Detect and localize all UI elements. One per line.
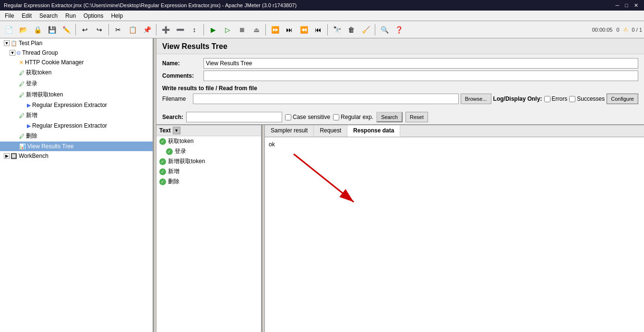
tree-label-login: 登录 <box>26 80 37 88</box>
browse-btn[interactable]: Browse... <box>461 94 491 104</box>
tree-node-regex-2[interactable]: ▶ Regular Expression Extractor <box>0 121 153 130</box>
result-icon-2: ✓ <box>166 148 173 155</box>
tree-node-test-plan[interactable]: ▼ 📋 Test Plan <box>0 38 153 48</box>
successes-group: Successes <box>569 95 605 102</box>
menu-edit[interactable]: Edit <box>19 12 35 20</box>
column-dropdown-btn[interactable]: ▼ <box>173 127 180 134</box>
expand-workbench[interactable]: ▶ <box>4 153 10 159</box>
redo-btn[interactable]: ↪ <box>93 23 106 36</box>
status-count: 0 <box>616 27 619 33</box>
sep2 <box>108 24 109 36</box>
main-layout: ▼ 📋 Test Plan ▼ ⊙ Thread Group ✕ HTTP Co… <box>0 38 644 332</box>
new-btn[interactable]: 📄 <box>2 23 15 36</box>
log-display-label: Log/Display Only: <box>493 95 542 102</box>
lock-btn[interactable]: 🔒 <box>31 23 44 36</box>
case-sensitive-checkbox[interactable] <box>285 114 291 120</box>
svg-line-1 <box>294 154 354 202</box>
workbench-icon: 🔲 <box>11 153 17 159</box>
tree-node-view-results[interactable]: 📊 View Results Tree <box>0 142 153 151</box>
tree-node-login[interactable]: 🖊 登录 <box>0 78 153 89</box>
result-item-login[interactable]: ✓ 登录 <box>156 146 261 156</box>
remote-stop-btn[interactable]: ⏪ <box>297 23 310 36</box>
sep7 <box>375 24 375 36</box>
tree-node-workbench[interactable]: ▶ 🔲 WorkBench <box>0 151 153 161</box>
sampler-icon-5: 🖊 <box>19 133 24 139</box>
search-btn[interactable]: Search <box>376 112 403 122</box>
save-btn[interactable]: 💾 <box>45 23 59 36</box>
successes-checkbox[interactable] <box>569 96 575 102</box>
stop-btn[interactable]: ⏹ <box>235 23 249 36</box>
paste-btn[interactable]: 📌 <box>140 23 154 36</box>
tree-node-regex-1[interactable]: ▶ Regular Expression Extractor <box>0 100 153 110</box>
result-icon-5: ✓ <box>159 178 166 185</box>
shutdown-btn[interactable]: ⏏ <box>250 23 263 36</box>
comments-label: Comments: <box>162 72 201 79</box>
play-no-pause-btn[interactable]: ▷ <box>221 23 234 36</box>
expand-thread-group[interactable]: ▼ <box>10 50 15 56</box>
tree-node-new-get-token[interactable]: 🖊 新增获取token <box>0 89 153 100</box>
errors-checkbox[interactable] <box>544 96 550 102</box>
tree-node-new-add[interactable]: 🖊 新增 <box>0 110 153 121</box>
errors-label: Errors <box>552 95 568 102</box>
filename-input[interactable] <box>193 94 459 104</box>
collapse-all-btn[interactable]: ➖ <box>173 23 187 36</box>
regex-checkbox[interactable] <box>333 114 339 120</box>
configure-btn[interactable]: Configure <box>607 94 638 104</box>
results-header: Text ▼ <box>156 125 261 136</box>
result-item-new-add[interactable]: ✓ 新增 <box>156 166 261 177</box>
search-input[interactable] <box>186 112 282 122</box>
column-header-text: Text <box>159 127 171 134</box>
name-input[interactable] <box>203 58 638 69</box>
results-area: Text ▼ ✓ 获取token ✓ 登录 ✓ 新增获取token ✓ <box>156 124 644 332</box>
search-toolbar-btn[interactable]: 🔍 <box>378 23 391 36</box>
tree-node-thread-group[interactable]: ▼ ⊙ Thread Group <box>0 48 153 58</box>
reset-btn[interactable]: Reset <box>405 112 428 122</box>
expand-all-btn[interactable]: ➕ <box>159 23 172 36</box>
result-item-get-token[interactable]: ✓ 获取token <box>156 136 261 146</box>
expand-test-plan[interactable]: ▼ <box>4 40 10 46</box>
tree-node-delete[interactable]: 🖊 删除 <box>0 130 153 142</box>
tab-response-data[interactable]: Response data <box>347 125 400 137</box>
sampler-icon-1: 🖊 <box>19 70 24 76</box>
viewresults-icon: 📊 <box>19 143 26 150</box>
menu-help[interactable]: Help <box>108 12 126 20</box>
copy-btn[interactable]: 📋 <box>126 23 139 36</box>
help-btn[interactable]: ❓ <box>392 23 405 36</box>
open-btn[interactable]: 📂 <box>16 23 30 36</box>
clear-all-btn[interactable]: 🧹 <box>359 23 372 36</box>
menu-file[interactable]: File <box>2 12 17 20</box>
result-icon-1: ✓ <box>159 138 166 145</box>
remote-start-all-btn[interactable]: ⏭ <box>283 23 296 36</box>
menu-options[interactable]: Options <box>81 12 106 20</box>
tree-label-new-add: 新增 <box>26 111 37 119</box>
result-item-new-get-token[interactable]: ✓ 新增获取token <box>156 156 261 166</box>
extractor-icon-2: ▶ <box>27 123 31 129</box>
case-sensitive-group: Case sensitive <box>285 114 330 120</box>
result-item-delete[interactable]: ✓ 删除 <box>156 177 261 187</box>
clear-btn[interactable]: 🗑 <box>345 23 358 36</box>
result-icon-3: ✓ <box>159 158 166 165</box>
comments-input[interactable] <box>203 71 638 81</box>
close-btn[interactable]: ✕ <box>632 2 640 9</box>
thread-group-icon: ⊙ <box>16 50 21 56</box>
cut-btn[interactable]: ✂ <box>111 23 125 36</box>
tree-node-get-token[interactable]: 🖊 获取token <box>0 67 153 78</box>
binoculars-btn[interactable]: 🔭 <box>330 23 344 36</box>
maximize-btn[interactable]: □ <box>623 2 630 9</box>
remote-stop-all-btn[interactable]: ⏮ <box>311 23 325 36</box>
toolbar-status: 00:00:05 0 ⚠ 0 / 1 <box>592 26 642 33</box>
toggle-btn[interactable]: ↕ <box>188 23 201 36</box>
sep6 <box>327 24 328 36</box>
tab-sampler-result[interactable]: Sampler result <box>265 125 314 137</box>
menu-run[interactable]: Run <box>62 12 79 20</box>
sep4 <box>203 24 204 36</box>
play-btn[interactable]: ▶ <box>206 23 220 36</box>
tree-node-http-cookie[interactable]: ✕ HTTP Cookie Manager <box>0 58 153 67</box>
remote-start-btn[interactable]: ⏩ <box>268 23 282 36</box>
red-arrow <box>279 140 375 216</box>
tab-request[interactable]: Request <box>314 125 347 137</box>
undo-btn[interactable]: ↩ <box>78 23 92 36</box>
menu-search[interactable]: Search <box>36 12 60 20</box>
edit-btn[interactable]: ✏️ <box>60 23 73 36</box>
minimize-btn[interactable]: ─ <box>614 2 621 9</box>
